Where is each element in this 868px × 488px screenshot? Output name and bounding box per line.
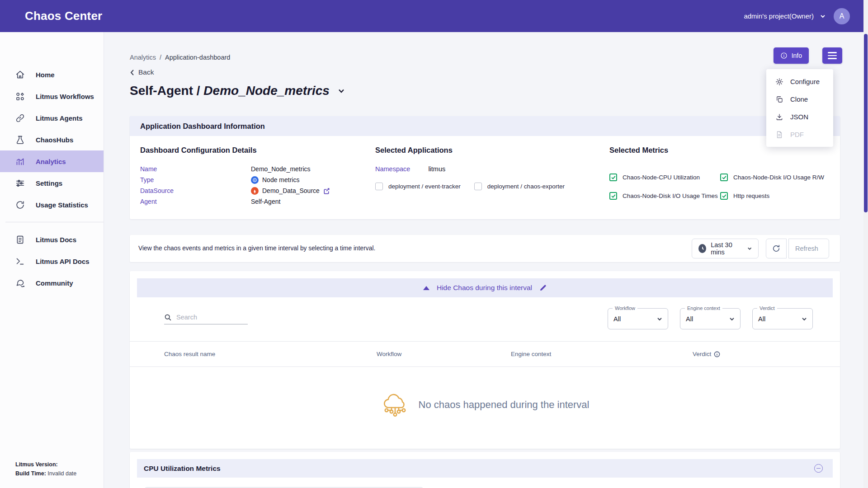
checkbox-checked-icon [720, 174, 728, 181]
breadcrumb-analytics[interactable]: Analytics [130, 54, 156, 61]
workflows-icon [15, 92, 25, 101]
prometheus-icon [251, 187, 259, 195]
menu-item-pdf[interactable]: PDF [766, 126, 833, 143]
column-workflow: Workflow [377, 351, 511, 357]
sidebar-item-litmus-api-docs[interactable]: Litmus API Docs [0, 250, 104, 272]
dashboard-name: Demo_Node_metrics [203, 84, 330, 98]
checkbox-http-requests[interactable]: Http requests [720, 192, 830, 200]
dashboard-info-header: Application Dashboard Information [130, 116, 840, 136]
gear-icon [775, 78, 783, 86]
table-header-row: Chaos result name Workflow Engine contex… [130, 341, 840, 367]
config-row-name: Name Demo_Node_metrics [140, 164, 375, 174]
chevron-down-icon [657, 316, 662, 322]
column-verdict: Verdict [693, 351, 720, 357]
project-selector[interactable]: admin's project(Owner) [744, 12, 826, 20]
node-metrics-icon [251, 176, 259, 184]
checkbox-cpu-utilization[interactable]: Chaos-Node-CPU Utilization [609, 174, 720, 181]
config-details-title: Dashboard Configuration Details [140, 146, 375, 155]
menu-item-configure[interactable]: Configure [766, 73, 833, 90]
search-input[interactable] [176, 314, 244, 321]
download-icon [775, 113, 783, 121]
hide-chaos-toggle[interactable]: Hide Chaos during this interval [437, 284, 532, 292]
main-content: Analytics / Application-dashboard Back S… [130, 32, 840, 98]
checkbox-checked-icon [720, 192, 728, 200]
edit-pencil-icon[interactable] [539, 284, 547, 291]
flask-icon [15, 135, 25, 145]
menu-item-json[interactable]: JSON [766, 108, 833, 126]
refresh-now-button[interactable] [766, 239, 787, 258]
hamburger-icon [828, 52, 837, 53]
community-icon [15, 278, 25, 288]
refresh-interval-select[interactable]: Refresh [788, 239, 829, 258]
breadcrumb-separator: / [160, 54, 161, 61]
more-options-button[interactable] [822, 47, 842, 64]
collapse-minus-icon[interactable] [814, 464, 823, 473]
analytics-icon [15, 157, 25, 166]
verdict-filter-select[interactable]: Verdict All [752, 308, 813, 329]
page-scrollbar[interactable] [863, 0, 868, 488]
time-range-select[interactable]: Last 30 mins [692, 239, 759, 258]
file-icon [775, 131, 783, 139]
search-icon [164, 314, 172, 321]
sidebar-divider [5, 222, 104, 222]
sidebar-item-chaoshubs[interactable]: ChaosHubs [0, 129, 104, 150]
column-engine-context: Engine context [511, 351, 693, 357]
menu-item-clone[interactable]: Clone [766, 90, 833, 108]
sidebar-item-settings[interactable]: Settings [0, 172, 104, 194]
breadcrumb-current: Application-dashboard [165, 54, 230, 61]
title-dropdown-icon[interactable] [338, 87, 345, 94]
copy-icon [775, 95, 783, 103]
engine-context-filter-select[interactable]: Engine context All [680, 308, 741, 329]
sidebar-item-litmus-workflows[interactable]: Litmus Workflows [0, 85, 104, 107]
config-row-type: Type Node metrics [140, 174, 375, 185]
chevron-down-icon [820, 14, 826, 19]
breadcrumb: Analytics / Application-dashboard [130, 54, 840, 61]
column-chaos-result-name: Chaos result name [164, 351, 377, 357]
checkbox-unchecked-icon [474, 183, 482, 190]
search-field[interactable] [164, 314, 248, 324]
external-link-icon[interactable] [323, 188, 330, 194]
empty-state: No chaos happened during the interval [137, 390, 833, 419]
analytics-dashboard-page: Chaos Center admin's project(Owner) A Ho… [0, 0, 868, 488]
interval-description: View the chaos events and metrics in a g… [138, 244, 382, 253]
workflow-filter-select[interactable]: Workflow All [608, 308, 668, 329]
terminal-icon [15, 257, 25, 266]
checkbox-unchecked-icon [375, 183, 383, 190]
back-button[interactable]: Back [130, 68, 840, 76]
collapse-up-icon[interactable] [423, 286, 429, 290]
scrollbar-thumb[interactable] [864, 34, 868, 212]
info-button[interactable]: Info [774, 47, 809, 64]
project-name: admin's project(Owner) [744, 12, 814, 20]
cpu-metrics-panel: CPU Utilization Metrics [130, 452, 840, 488]
cpu-metrics-header: CPU Utilization Metrics [137, 459, 833, 478]
link-icon [15, 113, 25, 123]
version-info: Litmus Version: Build Time: Invalid date [15, 460, 76, 478]
info-icon [780, 52, 788, 59]
info-circle-icon[interactable] [714, 351, 720, 357]
sidebar-item-home[interactable]: Home [0, 64, 104, 85]
page-title: Self-Agent / Demo_Node_metrics [130, 84, 330, 98]
sidebar-item-usage-statistics[interactable]: Usage Statistics [0, 194, 104, 216]
empty-message: No chaos happened during the interval [419, 399, 590, 411]
app-title: Chaos Center [25, 9, 102, 23]
sidebar-item-community[interactable]: Community [0, 272, 104, 294]
document-icon [15, 235, 25, 244]
checkbox-chaos-exporter[interactable]: deployment / chaos-exporter [474, 183, 565, 190]
sidebar-item-litmus-agents[interactable]: Litmus Agents [0, 107, 104, 129]
hide-chaos-toggle-bar: Hide Chaos during this interval [137, 278, 833, 297]
interval-panel: View the chaos events and metrics in a g… [130, 235, 840, 262]
selected-metrics-title: Selected Metrics [609, 146, 830, 155]
chevron-down-icon [802, 316, 807, 322]
checkbox-event-tracker[interactable]: deployment / event-tracker [375, 183, 461, 190]
build-time-value: Invalid date [47, 470, 76, 477]
options-dropdown-menu: Configure Clone JSON PDF [766, 69, 833, 147]
litmus-version-label: Litmus Version: [15, 461, 58, 468]
sliders-icon [15, 178, 25, 188]
sidebar-item-litmus-docs[interactable]: Litmus Docs [0, 229, 104, 250]
chaos-table-panel: Hide Chaos during this interval Workflow… [130, 271, 840, 449]
avatar[interactable]: A [834, 8, 850, 24]
checkbox-disk-usage-rw[interactable]: Chaos-Node-Disk I/O Usage R/W [720, 174, 830, 181]
sidebar-item-analytics[interactable]: Analytics [0, 150, 104, 172]
checkbox-disk-usage-times[interactable]: Chaos-Node-Disk I/O Usage Times [609, 192, 720, 200]
clock-icon [698, 244, 706, 253]
